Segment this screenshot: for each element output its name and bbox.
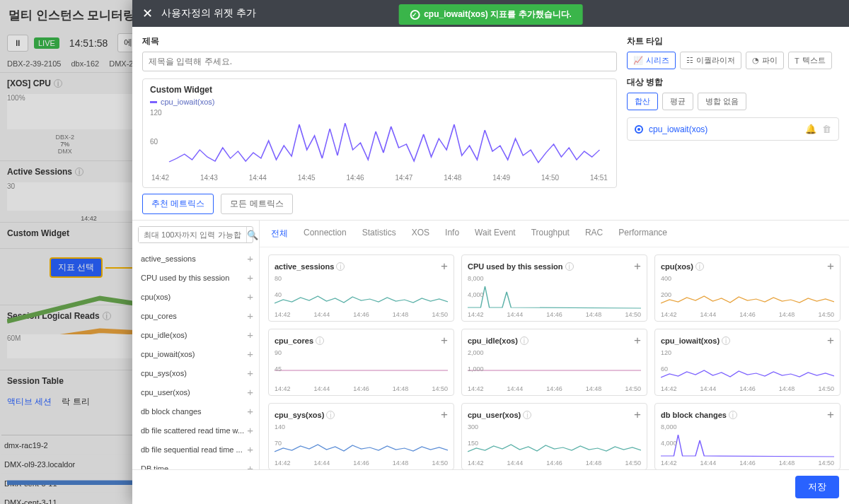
metric-list-item[interactable]: CPU used by this session+ — [132, 268, 259, 287]
metric-list-item[interactable]: cpu_iowait(xos)+ — [132, 344, 259, 363]
card-title: cpu(xos) — [661, 262, 693, 271]
pie-icon: ◔ — [752, 56, 759, 65]
cat-throughput[interactable]: Troughput — [531, 228, 570, 240]
info-icon[interactable]: i — [75, 168, 83, 176]
chart-type-text[interactable]: T텍스트 — [788, 52, 832, 69]
tab[interactable]: DBX-2-39-2105 — [7, 59, 61, 68]
modal-title: 사용자정의 위젯 추가 — [161, 7, 256, 20]
save-button[interactable]: 저장 — [795, 476, 839, 498]
card-title: cpu_cores — [275, 336, 313, 345]
search-input[interactable] — [139, 227, 246, 242]
merge-avg[interactable]: 평균 — [662, 93, 693, 110]
trash-icon[interactable]: 🗑 — [822, 124, 831, 134]
add-metric-icon[interactable]: + — [441, 408, 448, 422]
add-metric-icon[interactable]: + — [634, 408, 641, 422]
info-icon[interactable]: i — [336, 262, 345, 271]
pill-all[interactable]: 모든 메트릭스 — [221, 194, 292, 214]
add-metric-icon[interactable]: + — [441, 334, 448, 348]
add-metric-icon[interactable]: + — [634, 334, 641, 348]
chart-type-equalizer[interactable]: ☷이퀄라이저 — [680, 52, 741, 69]
cat-performance[interactable]: Performance — [618, 228, 667, 240]
card-title: db block changes — [661, 411, 727, 419]
metric-card: cpu_iowait(xos) i+1206014:4214:4414:4614… — [654, 329, 841, 396]
cat-all[interactable]: 전체 — [271, 228, 288, 240]
plus-icon[interactable]: + — [247, 424, 253, 436]
card-title: cpu_idle(xos) — [468, 336, 518, 345]
add-metric-icon[interactable]: + — [827, 259, 834, 274]
metric-list-item[interactable]: cpu_sys(xos)+ — [132, 363, 259, 382]
info-icon[interactable]: i — [729, 411, 737, 419]
metric-list-item[interactable]: db file sequential read time ...+ — [132, 440, 259, 459]
add-metric-icon[interactable]: + — [634, 259, 641, 274]
chart-type-pie[interactable]: ◔파이 — [746, 52, 784, 69]
plus-icon[interactable]: + — [247, 367, 253, 379]
metric-list-item[interactable]: active_sessions+ — [132, 249, 259, 268]
metric-card: cpu_user(xos) i+30015014:4214:4414:4614:… — [461, 403, 647, 469]
plus-icon[interactable]: + — [247, 348, 253, 360]
metric-list-item[interactable]: db file scattered read time w...+ — [132, 421, 259, 440]
pill-recommended[interactable]: 추천 메트릭스 — [142, 194, 214, 214]
add-metric-icon[interactable]: + — [827, 334, 834, 348]
selected-metric-name: cpu_iowait(xos) — [649, 124, 708, 134]
metric-list-item[interactable]: cpu_user(xos)+ — [132, 382, 259, 402]
bell-icon[interactable]: 🔔 — [805, 124, 816, 134]
chart-type-series[interactable]: 📈시리즈 — [627, 52, 676, 69]
cat-info[interactable]: Info — [445, 228, 459, 240]
add-metric-icon[interactable]: + — [441, 259, 448, 274]
tab[interactable]: dbx-162 — [71, 59, 99, 68]
title-input[interactable] — [142, 52, 617, 71]
line-chart-icon: 📈 — [633, 56, 643, 65]
cat-xos[interactable]: XOS — [412, 228, 429, 240]
preview-chart: Custom Widget cpu_iowait(xos) 120 60 14:… — [142, 78, 617, 188]
info-icon[interactable]: i — [54, 79, 62, 88]
category-tabs: 전체 Connection Statistics XOS Info Wait E… — [260, 221, 849, 247]
cat-rac[interactable]: RAC — [585, 228, 603, 240]
info-icon[interactable]: i — [695, 262, 704, 271]
search-icon[interactable]: 🔍 — [246, 227, 258, 242]
metric-card: cpu_cores i+904514:4214:4414:4614:4814:5… — [268, 329, 454, 396]
plus-icon[interactable]: + — [247, 405, 253, 417]
metric-search: 🔍 — [138, 226, 253, 243]
card-title: cpu_user(xos) — [468, 411, 521, 419]
info-icon[interactable]: i — [520, 336, 529, 345]
plus-icon[interactable]: + — [247, 291, 253, 303]
metric-card: active_sessions i+804014:4214:4414:4614:… — [268, 254, 454, 322]
add-metric-icon[interactable]: + — [827, 408, 834, 422]
cat-connection[interactable]: Connection — [304, 228, 347, 240]
metric-list-item[interactable]: cpu_idle(xos)+ — [132, 325, 259, 344]
plus-icon[interactable]: + — [247, 252, 253, 264]
plus-icon[interactable]: + — [247, 310, 253, 322]
metric-list-item[interactable]: DB time+ — [132, 459, 259, 469]
plus-icon[interactable]: + — [247, 386, 253, 398]
metric-sidebar: 🔍 active_sessions+CPU used by this sessi… — [132, 221, 260, 469]
plus-icon[interactable]: + — [247, 462, 253, 469]
cat-wait[interactable]: Wait Event — [475, 228, 516, 240]
merge-sum[interactable]: 합산 — [627, 93, 658, 110]
metric-card: cpu_sys(xos) i+1407014:4214:4414:4614:48… — [268, 403, 454, 469]
merge-label: 대상 병합 — [627, 76, 839, 88]
selected-metric-row[interactable]: cpu_iowait(xos) 🔔 🗑 — [627, 117, 839, 141]
close-icon[interactable]: ✕ — [142, 6, 153, 21]
info-icon[interactable]: i — [523, 411, 531, 419]
metric-list-item[interactable]: db block changes+ — [132, 402, 259, 421]
preview-heading: Custom Widget — [150, 85, 609, 95]
info-icon[interactable]: i — [565, 262, 574, 271]
plus-icon[interactable]: + — [247, 271, 253, 283]
metric-list-item[interactable]: cpu(xos)+ — [132, 287, 259, 306]
add-widget-modal: ✕ 사용자정의 위젯 추가 ✓ cpu_iowait(xos) 지표를 추가했습… — [132, 0, 849, 504]
check-icon: ✓ — [410, 10, 420, 20]
cat-statistics[interactable]: Statistics — [362, 228, 396, 240]
pause-button[interactable]: ⏸ — [7, 35, 28, 52]
clock: 14:51:58 — [65, 36, 112, 50]
merge-none[interactable]: 병합 없음 — [698, 93, 746, 110]
plus-icon[interactable]: + — [247, 443, 253, 455]
success-toast: ✓ cpu_iowait(xos) 지표를 추가했습니다. — [398, 4, 583, 25]
chart-type-label: 차트 타입 — [627, 35, 839, 47]
metric-list-item[interactable]: cpu_cores+ — [132, 306, 259, 325]
info-icon[interactable]: i — [316, 336, 324, 345]
legend-label: cpu_iowait(xos) — [161, 98, 214, 106]
info-icon[interactable]: i — [326, 411, 335, 419]
info-icon[interactable]: i — [722, 336, 730, 345]
card-title: cpu_sys(xos) — [275, 411, 324, 419]
plus-icon[interactable]: + — [247, 329, 253, 341]
